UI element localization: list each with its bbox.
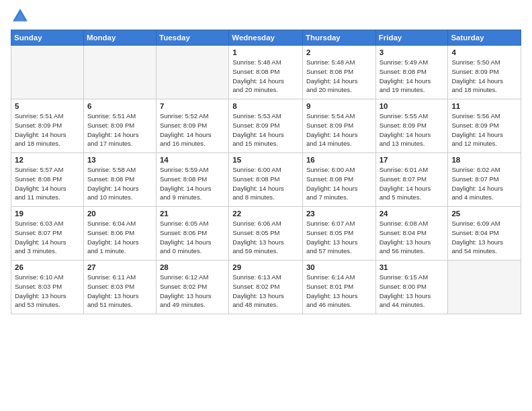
day-info: Sunrise: 5:48 AMSunset: 8:08 PMDaylight:… — [232, 58, 299, 95]
calendar: SundayMondayTuesdayWednesdayThursdayFrid… — [11, 30, 521, 314]
day-number: 26 — [15, 263, 80, 271]
day-info: Sunrise: 6:03 AMSunset: 8:07 PMDaylight:… — [15, 219, 80, 256]
day-info: Sunrise: 6:11 AMSunset: 8:03 PMDaylight:… — [87, 273, 152, 310]
day-info: Sunrise: 5:51 AMSunset: 8:09 PMDaylight:… — [87, 111, 152, 148]
day-info: Sunrise: 6:04 AMSunset: 8:06 PMDaylight:… — [87, 219, 152, 256]
day-info: Sunrise: 5:59 AMSunset: 8:08 PMDaylight:… — [160, 165, 225, 202]
day-number: 8 — [232, 102, 299, 110]
day-number: 30 — [306, 263, 372, 271]
weekday-header-monday: Monday — [83, 30, 156, 46]
day-number: 28 — [160, 263, 225, 271]
day-number: 4 — [451, 48, 517, 56]
day-number: 13 — [87, 156, 152, 164]
day-number: 24 — [380, 210, 445, 218]
calendar-cell: 21Sunrise: 6:05 AMSunset: 8:06 PMDayligh… — [156, 207, 228, 261]
day-number: 21 — [160, 210, 225, 218]
calendar-cell: 27Sunrise: 6:11 AMSunset: 8:03 PMDayligh… — [83, 261, 156, 314]
week-row-4: 19Sunrise: 6:03 AMSunset: 8:07 PMDayligh… — [11, 207, 521, 261]
calendar-cell: 29Sunrise: 6:13 AMSunset: 8:02 PMDayligh… — [229, 261, 303, 314]
page: SundayMondayTuesdayWednesdayThursdayFrid… — [0, 0, 532, 411]
day-number: 12 — [15, 156, 80, 164]
calendar-cell: 7Sunrise: 5:52 AMSunset: 8:09 PMDaylight… — [156, 99, 228, 153]
day-number: 1 — [232, 48, 299, 56]
weekday-header-sunday: Sunday — [11, 30, 84, 46]
day-number: 10 — [380, 102, 445, 110]
calendar-cell: 11Sunrise: 5:56 AMSunset: 8:09 PMDayligh… — [448, 99, 521, 153]
logo — [11, 7, 32, 26]
day-info: Sunrise: 6:15 AMSunset: 8:00 PMDaylight:… — [380, 273, 445, 310]
day-info: Sunrise: 6:12 AMSunset: 8:02 PMDaylight:… — [160, 273, 225, 310]
calendar-cell: 9Sunrise: 5:54 AMSunset: 8:09 PMDaylight… — [302, 99, 375, 153]
calendar-cell — [156, 46, 228, 99]
weekday-header-tuesday: Tuesday — [156, 30, 228, 46]
day-number: 27 — [87, 263, 152, 271]
day-number: 7 — [160, 102, 225, 110]
day-number: 29 — [232, 263, 299, 271]
day-info: Sunrise: 6:08 AMSunset: 8:04 PMDaylight:… — [380, 219, 445, 256]
calendar-cell: 6Sunrise: 5:51 AMSunset: 8:09 PMDaylight… — [83, 99, 156, 153]
day-info: Sunrise: 5:55 AMSunset: 8:09 PMDaylight:… — [380, 111, 445, 148]
day-number: 17 — [380, 156, 445, 164]
day-number: 31 — [380, 263, 445, 271]
calendar-cell: 3Sunrise: 5:49 AMSunset: 8:08 PMDaylight… — [375, 46, 448, 99]
day-number: 19 — [15, 210, 80, 218]
calendar-cell — [83, 46, 156, 99]
day-number: 3 — [380, 48, 445, 56]
header — [11, 7, 521, 26]
calendar-cell: 20Sunrise: 6:04 AMSunset: 8:06 PMDayligh… — [83, 207, 156, 261]
day-info: Sunrise: 5:57 AMSunset: 8:08 PMDaylight:… — [15, 165, 80, 202]
calendar-cell: 18Sunrise: 6:02 AMSunset: 8:07 PMDayligh… — [448, 153, 521, 207]
day-number: 16 — [306, 156, 372, 164]
calendar-cell: 15Sunrise: 6:00 AMSunset: 8:08 PMDayligh… — [229, 153, 303, 207]
calendar-cell: 17Sunrise: 6:01 AMSunset: 8:07 PMDayligh… — [375, 153, 448, 207]
day-number: 23 — [306, 210, 372, 218]
day-number: 15 — [232, 156, 299, 164]
calendar-cell: 4Sunrise: 5:50 AMSunset: 8:09 PMDaylight… — [448, 46, 521, 99]
day-info: Sunrise: 6:02 AMSunset: 8:07 PMDaylight:… — [451, 165, 517, 202]
day-number: 9 — [306, 102, 372, 110]
day-info: Sunrise: 5:50 AMSunset: 8:09 PMDaylight:… — [451, 58, 517, 95]
calendar-cell: 10Sunrise: 5:55 AMSunset: 8:09 PMDayligh… — [375, 99, 448, 153]
weekday-header-friday: Friday — [375, 30, 448, 46]
week-row-1: 1Sunrise: 5:48 AMSunset: 8:08 PMDaylight… — [11, 46, 521, 99]
day-info: Sunrise: 6:01 AMSunset: 8:07 PMDaylight:… — [380, 165, 445, 202]
calendar-cell: 26Sunrise: 6:10 AMSunset: 8:03 PMDayligh… — [11, 261, 84, 314]
weekday-header-saturday: Saturday — [448, 30, 521, 46]
calendar-cell: 24Sunrise: 6:08 AMSunset: 8:04 PMDayligh… — [375, 207, 448, 261]
day-info: Sunrise: 6:07 AMSunset: 8:05 PMDaylight:… — [306, 219, 372, 256]
calendar-cell: 5Sunrise: 5:51 AMSunset: 8:09 PMDaylight… — [11, 99, 84, 153]
day-info: Sunrise: 5:58 AMSunset: 8:08 PMDaylight:… — [87, 165, 152, 202]
day-info: Sunrise: 5:56 AMSunset: 8:09 PMDaylight:… — [451, 111, 517, 148]
calendar-cell — [448, 261, 521, 314]
calendar-cell: 19Sunrise: 6:03 AMSunset: 8:07 PMDayligh… — [11, 207, 84, 261]
day-info: Sunrise: 6:05 AMSunset: 8:06 PMDaylight:… — [160, 219, 225, 256]
calendar-cell: 30Sunrise: 6:14 AMSunset: 8:01 PMDayligh… — [302, 261, 375, 314]
day-info: Sunrise: 5:48 AMSunset: 8:08 PMDaylight:… — [306, 58, 372, 95]
weekday-header-wednesday: Wednesday — [229, 30, 303, 46]
calendar-cell: 22Sunrise: 6:06 AMSunset: 8:05 PMDayligh… — [229, 207, 303, 261]
day-number: 11 — [451, 102, 517, 110]
calendar-cell: 12Sunrise: 5:57 AMSunset: 8:08 PMDayligh… — [11, 153, 84, 207]
day-info: Sunrise: 5:52 AMSunset: 8:09 PMDaylight:… — [160, 111, 225, 148]
day-number: 2 — [306, 48, 372, 56]
day-number: 20 — [87, 210, 152, 218]
calendar-cell: 2Sunrise: 5:48 AMSunset: 8:08 PMDaylight… — [302, 46, 375, 99]
week-row-3: 12Sunrise: 5:57 AMSunset: 8:08 PMDayligh… — [11, 153, 521, 207]
calendar-cell: 14Sunrise: 5:59 AMSunset: 8:08 PMDayligh… — [156, 153, 228, 207]
calendar-cell: 13Sunrise: 5:58 AMSunset: 8:08 PMDayligh… — [83, 153, 156, 207]
day-info: Sunrise: 6:00 AMSunset: 8:08 PMDaylight:… — [306, 165, 372, 202]
weekday-header-thursday: Thursday — [302, 30, 375, 46]
calendar-cell: 23Sunrise: 6:07 AMSunset: 8:05 PMDayligh… — [302, 207, 375, 261]
day-number: 22 — [232, 210, 299, 218]
day-info: Sunrise: 5:53 AMSunset: 8:09 PMDaylight:… — [232, 111, 299, 148]
day-info: Sunrise: 6:00 AMSunset: 8:08 PMDaylight:… — [232, 165, 299, 202]
logo-icon — [11, 7, 30, 26]
week-row-2: 5Sunrise: 5:51 AMSunset: 8:09 PMDaylight… — [11, 99, 521, 153]
calendar-cell: 16Sunrise: 6:00 AMSunset: 8:08 PMDayligh… — [302, 153, 375, 207]
day-info: Sunrise: 5:54 AMSunset: 8:09 PMDaylight:… — [306, 111, 372, 148]
day-info: Sunrise: 5:51 AMSunset: 8:09 PMDaylight:… — [15, 111, 80, 148]
calendar-cell — [11, 46, 84, 99]
calendar-cell: 25Sunrise: 6:09 AMSunset: 8:04 PMDayligh… — [448, 207, 521, 261]
weekday-header-row: SundayMondayTuesdayWednesdayThursdayFrid… — [11, 30, 521, 46]
calendar-cell: 28Sunrise: 6:12 AMSunset: 8:02 PMDayligh… — [156, 261, 228, 314]
